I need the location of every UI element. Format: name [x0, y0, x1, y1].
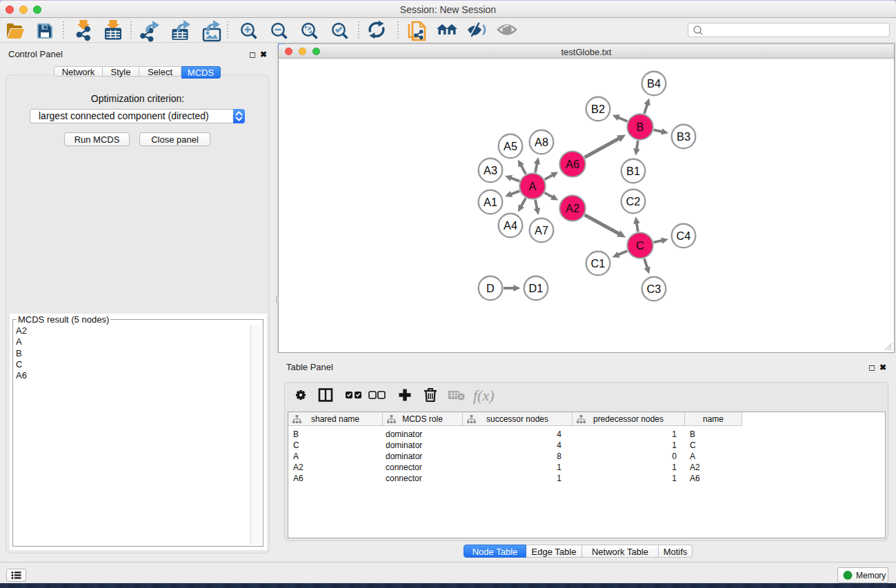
svg-text:C2: C2 [626, 195, 641, 207]
svg-text:B4: B4 [647, 77, 661, 90]
svg-text:A2: A2 [566, 202, 579, 214]
svg-text:A3: A3 [484, 164, 497, 176]
svg-text:A4: A4 [504, 219, 517, 232]
svg-text:C1: C1 [591, 257, 606, 270]
svg-text:C: C [636, 239, 644, 252]
svg-text:B2: B2 [591, 103, 605, 115]
svg-text:C3: C3 [647, 283, 661, 295]
svg-text:A6: A6 [566, 158, 579, 170]
svg-text:B3: B3 [677, 130, 690, 143]
svg-text:B1: B1 [626, 165, 640, 177]
svg-text:Memory: Memory [856, 571, 886, 580]
svg-text:f(x): f(x) [473, 387, 495, 404]
svg-text:B: B [637, 121, 644, 133]
svg-text:A7: A7 [535, 224, 548, 236]
svg-text:A5: A5 [504, 140, 517, 152]
svg-text:A: A [529, 180, 537, 192]
svg-text:A1: A1 [484, 196, 497, 208]
svg-text:C4: C4 [677, 230, 691, 242]
svg-text:D1: D1 [529, 282, 544, 294]
svg-text:A8: A8 [535, 136, 548, 148]
svg-text:D: D [486, 282, 495, 294]
